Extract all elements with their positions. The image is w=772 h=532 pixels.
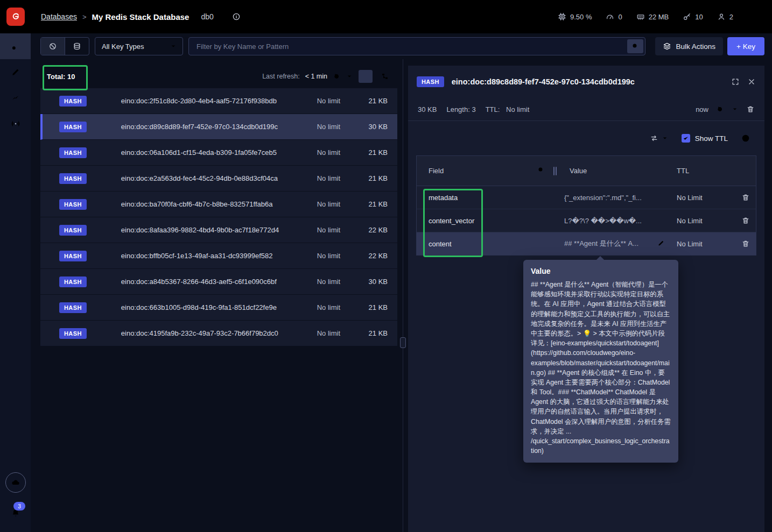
key-row[interactable]: HASH eino:doc:663b1005-d98d-419c-9fa1-85… <box>40 295 397 321</box>
sidebar-item-browser[interactable] <box>0 33 31 59</box>
key-detail-panel: HASH eino:doc:d89c8d89-fef7-452e-97c0-13… <box>408 66 764 532</box>
key-size: 21 KB <box>340 148 397 157</box>
detail-meta-right: now <box>696 105 755 114</box>
add-field-icon[interactable] <box>741 133 750 143</box>
key-row[interactable]: HASH eino:doc:4195fa9b-232c-49a7-93c2-7b… <box>40 321 397 346</box>
detail-key-name: eino:doc:d89c8d89-fef7-452e-97c0-134cdb0… <box>452 77 724 86</box>
cpu-icon <box>558 12 566 21</box>
key-size: 30 KB <box>340 123 397 131</box>
insights-lightbulb-icon[interactable] <box>752 11 761 23</box>
key-ttl: No limit <box>281 278 340 286</box>
column-resize-grip[interactable] <box>552 167 558 175</box>
layers-icon <box>663 42 671 51</box>
filter-by-pattern-toggle[interactable] <box>41 38 65 55</box>
field-search-icon[interactable] <box>537 166 545 175</box>
bulk-actions-button[interactable]: Bulk Actions <box>655 37 724 55</box>
close-panel-icon[interactable] <box>747 77 756 86</box>
detail-key-type-badge: HASH <box>417 76 444 87</box>
show-ttl-checkbox[interactable] <box>682 134 690 143</box>
field-value-cell[interactable]: L?�?\? ��>��w�... <box>552 217 665 225</box>
sidebar-item-workbench[interactable] <box>0 59 31 85</box>
sidebar-item-analytics[interactable] <box>0 85 31 111</box>
metric-commands-value: 0 <box>618 13 622 21</box>
field-value: ## **Agent 是什么** A... <box>564 239 653 249</box>
field-actions <box>735 193 756 202</box>
auto-refresh-chevron-icon[interactable] <box>731 105 739 113</box>
refresh-keys-icon[interactable] <box>333 73 340 80</box>
field-row-selected[interactable]: content ## **Agent 是什么** A... No Limit <box>417 232 756 255</box>
key-row[interactable]: HASH eino:doc:bffb05cf-1e13-49af-aa31-dc… <box>40 243 397 269</box>
key-row[interactable]: HASH eino:doc:e2a563dd-fec4-45c2-94db-0e… <box>40 166 397 191</box>
edit-db-alias-icon[interactable] <box>219 13 227 20</box>
cloud-icon <box>11 478 20 487</box>
list-view-button[interactable] <box>359 70 373 83</box>
sidebar-item-cloud[interactable] <box>0 467 31 498</box>
key-name: eino:doc:4195fa9b-232c-49a7-93c2-7b66f79… <box>121 329 281 337</box>
key-row[interactable]: HASH eino:doc:2f51c8dc-2d80-4eb4-aaf5-72… <box>40 88 397 114</box>
value-format-dropdown[interactable] <box>650 134 669 143</box>
field-row[interactable]: content_vector L?�?\? ��>��w�... No Limi… <box>417 209 756 232</box>
show-ttl-label: Show TTL <box>695 134 728 143</box>
key-row[interactable]: HASH eino:doc:06a106d1-cf15-4eda-b309-1f… <box>40 140 397 166</box>
list-icon <box>362 73 369 80</box>
key-ttl: No limit <box>281 252 340 260</box>
delete-field-icon[interactable] <box>741 239 750 248</box>
detail-controls-row: Show TTL <box>408 121 764 155</box>
panel-resize-handle[interactable] <box>400 337 406 348</box>
tree-view-button[interactable] <box>378 70 392 83</box>
redis-logo[interactable] <box>6 8 25 26</box>
field-value-cell[interactable]: {"_extension":".md","_fi... <box>552 194 665 202</box>
refresh-key-icon[interactable] <box>716 105 724 113</box>
search-icon <box>631 42 639 50</box>
add-key-button[interactable]: + Key <box>727 37 764 55</box>
delete-field-icon[interactable] <box>741 216 750 225</box>
sidebar-item-notifications[interactable]: 3 <box>0 498 31 529</box>
header-metrics: 9.50 % 0 22 MB 10 2 <box>558 11 761 23</box>
edit-value-icon[interactable] <box>657 239 665 249</box>
tooltip-body: ## **Agent 是什么** Agent（智能代理）是一个能够感知环境并采取… <box>531 280 671 456</box>
sidebar-item-pubsub[interactable] <box>0 111 31 137</box>
delete-field-icon[interactable] <box>741 193 750 202</box>
pencil-icon <box>11 67 20 77</box>
fields-table-header: Field Value TTL <box>417 156 756 186</box>
key-search-box <box>188 37 645 55</box>
key-size: 21 KB <box>340 200 397 208</box>
metric-commands: 0 <box>606 12 622 21</box>
key-row[interactable]: HASH eino:doc:a84b5367-8266-46d3-aef5-c6… <box>40 269 397 295</box>
detail-ttl-value[interactable]: No limit <box>506 105 529 114</box>
key-size: 30 KB <box>340 278 397 286</box>
redisearch-toggle[interactable] <box>65 38 89 55</box>
field-ttl[interactable]: No Limit <box>665 240 735 248</box>
db-index-label: db0 <box>201 12 213 21</box>
broadcast-icon <box>11 119 20 129</box>
auto-refresh-chevron-icon[interactable] <box>346 73 353 80</box>
expand-panel-icon[interactable] <box>731 77 740 86</box>
key-type-badge: HASH <box>59 122 87 132</box>
delete-key-icon[interactable] <box>746 105 755 114</box>
key-type-badge: HASH <box>59 225 87 236</box>
ttl-column-header: TTL <box>665 167 740 175</box>
key-row[interactable]: HASH eino:doc:8afaa396-9882-4bd4-9b0b-ac… <box>40 217 397 243</box>
field-ttl[interactable]: No Limit <box>665 217 735 225</box>
breadcrumb-databases-link[interactable]: Databases <box>41 12 77 21</box>
metric-keys: 10 <box>683 12 703 21</box>
field-ttl[interactable]: No Limit <box>665 194 735 202</box>
show-ttl-control[interactable]: Show TTL <box>682 134 728 143</box>
metric-memory: 22 MB <box>636 12 669 21</box>
db-info-icon[interactable] <box>232 12 241 21</box>
bulk-actions-label: Bulk Actions <box>676 42 716 51</box>
search-input[interactable] <box>195 42 627 51</box>
slash-circle-icon <box>48 42 57 51</box>
detail-ttl-label: TTL: <box>486 105 500 114</box>
key-row[interactable]: HASH eino:doc:ba70f0fa-cbf6-4b7c-b8be-83… <box>40 191 397 217</box>
key-row-selected[interactable]: HASH eino:doc:d89c8d89-fef7-452e-97c0-13… <box>40 114 397 140</box>
search-button[interactable] <box>627 39 643 53</box>
field-row[interactable]: metadata {"_extension":".md","_fi... No … <box>417 186 756 209</box>
db-index-cluster: db0 <box>201 12 240 21</box>
tooltip-title: Value <box>531 267 671 275</box>
key-type-dropdown[interactable]: All Key Types <box>95 37 183 55</box>
total-keys-label: Total: 10 <box>44 73 75 81</box>
field-value-cell[interactable]: ## **Agent 是什么** A... <box>552 239 665 249</box>
key-ttl: No limit <box>281 97 340 105</box>
key-name: eino:doc:d89c8d89-fef7-452e-97c0-134cdb0… <box>121 123 281 131</box>
